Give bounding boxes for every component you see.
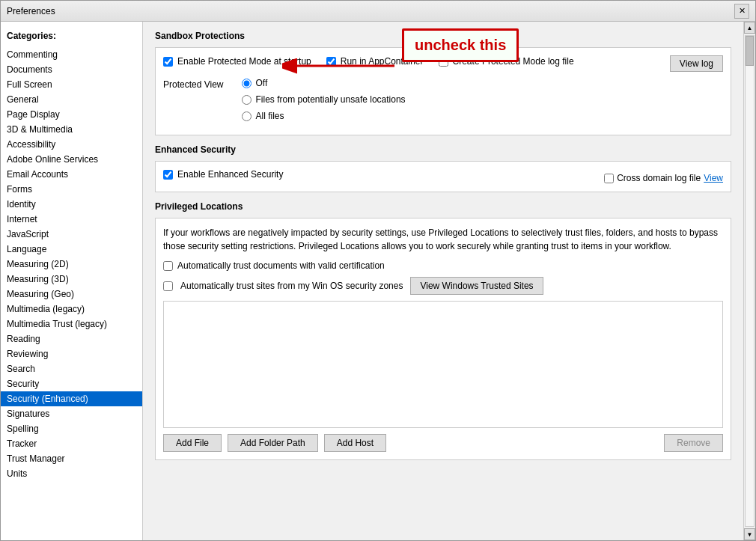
sidebar-item-language[interactable]: Language bbox=[1, 242, 142, 257]
trusted-sites-row: Automatically trust sites from my Win OS… bbox=[163, 277, 723, 295]
sandbox-section: Enable Protected Mode at startup Run in … bbox=[155, 47, 731, 135]
title-bar: Preferences ✕ bbox=[1, 1, 755, 22]
enable-protected-mode-label: Enable Protected Mode at startup bbox=[177, 56, 311, 67]
scroll-down-arrow[interactable]: ▼ bbox=[744, 528, 755, 540]
pv-off-label: Off bbox=[256, 78, 268, 88]
sidebar-item-full-screen[interactable]: Full Screen bbox=[1, 77, 142, 92]
pv-all-label: All files bbox=[256, 111, 284, 121]
auto-trust-sites-checkbox[interactable] bbox=[163, 281, 173, 291]
sidebar-item-email-accounts[interactable]: Email Accounts bbox=[1, 167, 142, 182]
scroll-up-arrow[interactable]: ▲ bbox=[744, 22, 755, 34]
sidebar-item-signatures[interactable]: Signatures bbox=[1, 406, 142, 421]
sidebar-item-tracker[interactable]: Tracker bbox=[1, 436, 142, 451]
sidebar-item-security--enhanced-[interactable]: Security (Enhanced) bbox=[1, 391, 142, 406]
sidebar-item-search[interactable]: Search bbox=[1, 361, 142, 376]
create-log-checkbox[interactable] bbox=[439, 57, 448, 67]
sidebar-item-reviewing[interactable]: Reviewing bbox=[1, 346, 142, 361]
categories-header: Categories: bbox=[1, 28, 142, 47]
sidebar-item-security[interactable]: Security bbox=[1, 376, 142, 391]
create-log-label: Create Protected Mode log file bbox=[453, 56, 574, 67]
preferences-window: Preferences ✕ Categories: CommentingDocu… bbox=[0, 0, 756, 541]
add-file-button[interactable]: Add File bbox=[163, 434, 222, 452]
sandbox-top-row: Enable Protected Mode at startup Run in … bbox=[163, 55, 723, 72]
sidebar-item-measuring--geo-[interactable]: Measuring (Geo) bbox=[1, 287, 142, 302]
sidebar: Categories: CommentingDocumentsFull Scre… bbox=[1, 22, 143, 540]
sidebar-item-adobe-online-services[interactable]: Adobe Online Services bbox=[1, 152, 142, 167]
enable-enhanced-row: Enable Enhanced Security bbox=[163, 169, 283, 180]
pv-off-radio[interactable] bbox=[242, 79, 252, 88]
view-trusted-sites-button[interactable]: View Windows Trusted Sites bbox=[410, 277, 543, 295]
cross-domain-view-link[interactable]: View bbox=[704, 173, 723, 183]
sidebar-item-internet[interactable]: Internet bbox=[1, 212, 142, 227]
add-host-button[interactable]: Add Host bbox=[324, 434, 386, 452]
protected-view-options: Off Files from potentially unsafe locati… bbox=[230, 78, 406, 124]
auto-trust-docs-label: Automatically trust documents with valid… bbox=[177, 260, 385, 271]
enable-enhanced-checkbox[interactable] bbox=[163, 170, 173, 180]
sidebar-item-spelling[interactable]: Spelling bbox=[1, 421, 142, 436]
sidebar-item-reading[interactable]: Reading bbox=[1, 331, 142, 346]
auto-trust-sites-label: Automatically trust sites from my Win OS… bbox=[180, 281, 403, 291]
cross-domain-label: Cross domain log file bbox=[617, 173, 701, 183]
pv-files-radio[interactable] bbox=[242, 95, 252, 105]
enhanced-section: Enable Enhanced Security Cross domain lo… bbox=[155, 161, 731, 192]
pv-all-row: All files bbox=[242, 111, 406, 121]
pv-files-row: Files from potentially unsafe locations bbox=[242, 94, 406, 105]
auto-trust-docs-checkbox[interactable] bbox=[163, 261, 173, 271]
scroll-track[interactable] bbox=[745, 35, 755, 527]
file-list-box bbox=[163, 301, 723, 428]
cross-domain-row: Cross domain log file View bbox=[604, 173, 723, 183]
run-appcontainer-checkbox[interactable] bbox=[326, 57, 336, 67]
pv-off-row: Off bbox=[242, 78, 406, 88]
view-log-button[interactable]: View log bbox=[670, 55, 723, 72]
sidebar-item-multimedia-trust--legacy-[interactable]: Multimedia Trust (legacy) bbox=[1, 317, 142, 331]
sidebar-item-javascript[interactable]: JavaScript bbox=[1, 227, 142, 242]
content-area: Categories: CommentingDocumentsFull Scre… bbox=[1, 22, 755, 540]
sidebar-item-general[interactable]: General bbox=[1, 92, 142, 107]
sidebar-item-units[interactable]: Units bbox=[1, 466, 142, 481]
scrollbar[interactable]: ▲ ▼ bbox=[743, 22, 755, 540]
sidebar-item-commenting[interactable]: Commenting bbox=[1, 47, 142, 62]
enable-protected-mode-checkbox[interactable] bbox=[163, 57, 173, 67]
enhanced-section-title: Enhanced Security bbox=[155, 144, 731, 155]
create-log-row: Create Protected Mode log file bbox=[439, 56, 574, 67]
privileged-section-title: Privileged Locations bbox=[155, 201, 731, 212]
pv-all-radio[interactable] bbox=[242, 111, 252, 121]
scroll-thumb[interactable] bbox=[746, 36, 754, 66]
sidebar-item-multimedia--legacy-[interactable]: Multimedia (legacy) bbox=[1, 302, 142, 317]
remove-button[interactable]: Remove bbox=[664, 434, 723, 452]
privileged-section: If your workflows are negatively impacte… bbox=[155, 218, 731, 460]
protected-view-label: Protected View bbox=[163, 78, 224, 90]
sidebar-item-identity[interactable]: Identity bbox=[1, 197, 142, 212]
enable-protected-mode-row: Enable Protected Mode at startup bbox=[163, 56, 311, 67]
sandbox-section-title: Sandbox Protections bbox=[155, 31, 731, 41]
sidebar-item-trust-manager[interactable]: Trust Manager bbox=[1, 451, 142, 466]
sidebar-item-page-display[interactable]: Page Display bbox=[1, 107, 142, 122]
pv-files-label: Files from potentially unsafe locations bbox=[256, 94, 406, 105]
auto-trust-docs-row: Automatically trust documents with valid… bbox=[163, 260, 723, 271]
window-title: Preferences bbox=[7, 6, 55, 16]
sidebar-item-accessibility[interactable]: Accessibility bbox=[1, 137, 142, 152]
add-folder-button[interactable]: Add Folder Path bbox=[228, 434, 318, 452]
bottom-buttons: Add File Add Folder Path Add Host Remove bbox=[163, 434, 723, 452]
sidebar-item-forms[interactable]: Forms bbox=[1, 182, 142, 197]
run-appcontainer-row: Run in AppContainer bbox=[326, 56, 424, 67]
sidebar-item-measuring--3d-[interactable]: Measuring (3D) bbox=[1, 272, 142, 287]
enable-enhanced-label: Enable Enhanced Security bbox=[177, 169, 283, 180]
sidebar-item-documents[interactable]: Documents bbox=[1, 62, 142, 77]
protected-view-row: Protected View Off Files from potentiall… bbox=[163, 78, 723, 124]
cross-domain-checkbox[interactable] bbox=[604, 174, 614, 183]
run-appcontainer-label: Run in AppContainer bbox=[341, 56, 424, 67]
close-button[interactable]: ✕ bbox=[734, 4, 749, 19]
sidebar-item-measuring--2d-[interactable]: Measuring (2D) bbox=[1, 257, 142, 272]
sidebar-item-3d---multimedia[interactable]: 3D & Multimedia bbox=[1, 122, 142, 137]
privileged-desc: If your workflows are negatively impacte… bbox=[163, 226, 723, 253]
main-panel: Sandbox Protections Enable Protected Mod… bbox=[143, 22, 743, 540]
